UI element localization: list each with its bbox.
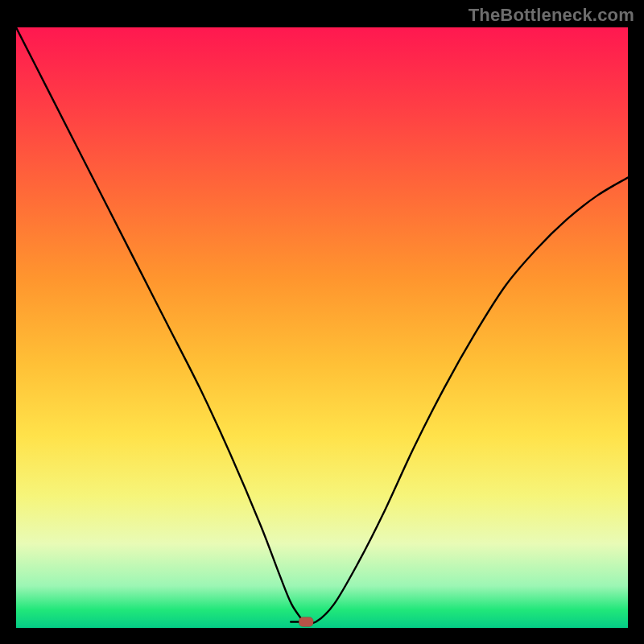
minimum-marker bbox=[299, 617, 313, 627]
curve-layer bbox=[16, 27, 628, 628]
chart-frame: TheBottleneck.com bbox=[0, 0, 644, 644]
plot-area bbox=[16, 27, 628, 628]
curve-right bbox=[303, 178, 628, 624]
curve-left bbox=[16, 27, 303, 622]
watermark-text: TheBottleneck.com bbox=[469, 5, 634, 26]
